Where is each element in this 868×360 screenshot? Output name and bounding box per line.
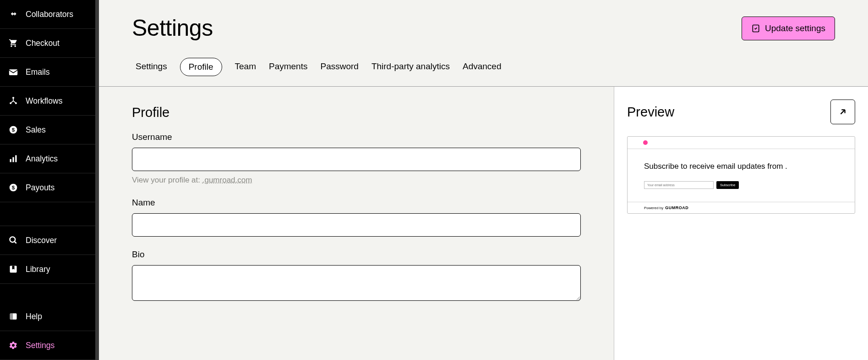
preview-frame: Subscribe to receive email updates from … [627,136,855,214]
sidebar-item-label: Emails [26,67,50,77]
name-field-group: Name [132,198,581,237]
sidebar-spacer [0,202,95,226]
subscribe-text: Subscribe to receive email updates from … [644,162,838,171]
tab-third-party-analytics[interactable]: Third-party analytics [371,58,450,76]
svg-rect-15 [10,313,13,319]
preview-title: Preview [627,105,674,120]
workflow-icon [8,96,18,106]
svg-text:$: $ [12,184,15,190]
sidebar-item-emails[interactable]: Emails [0,58,95,87]
svg-rect-7 [12,157,14,162]
sidebar-item-label: Analytics [26,154,58,164]
dollar-icon: $ [8,125,18,135]
sidebar-item-label: Workflows [26,96,62,106]
username-helper: View your profile at: .gumroad.com [132,176,581,185]
name-input[interactable] [132,213,581,237]
sidebar-item-workflows[interactable]: Workflows [0,87,95,116]
sidebar-item-label: Collaborators [26,10,73,19]
sidebar-item-label: Checkout [26,39,60,48]
sidebar-scrollbar[interactable] [95,0,99,360]
envelope-icon [8,67,18,77]
cart-icon [8,38,18,48]
preview-footer: Powered by GUMROAD [628,202,855,213]
helper-prefix: View your profile at: [132,176,202,184]
dollar-icon: $ [8,183,18,193]
tab-profile[interactable]: Profile [180,58,222,76]
sidebar-item-label: Settings [26,341,55,350]
sidebar-item-settings[interactable]: Settings [0,331,95,360]
settings-tabs: Settings Profile Team Payments Password … [132,50,835,86]
svg-rect-0 [9,69,17,75]
svg-rect-8 [15,155,16,162]
sidebar: Collaborators Checkout Emails [0,0,99,360]
gumroad-logo: GUMROAD [665,205,688,210]
sidebar-item-checkout[interactable]: Checkout [0,29,95,58]
sidebar-item-label: Sales [26,125,46,135]
update-settings-button[interactable]: Update settings [742,17,835,40]
profile-form: Profile Username View your profile at: .… [99,87,614,360]
page-title: Settings [132,15,213,41]
avatar-icon [643,140,648,145]
search-icon [8,235,18,245]
chart-icon [8,154,18,164]
svg-point-1 [12,97,14,99]
preview-subscribe-button[interactable]: Subscribe [716,181,739,189]
book-icon [8,311,18,321]
collaborators-icon [8,9,18,19]
preview-body: Subscribe to receive email updates from … [628,149,855,202]
sidebar-item-collaborators[interactable]: Collaborators [0,0,95,29]
profile-url-link[interactable]: .gumroad.com [202,176,252,184]
preview-topbar [628,137,855,149]
tab-team[interactable]: Team [235,58,256,76]
tab-advanced[interactable]: Advanced [463,58,502,76]
svg-rect-6 [10,159,11,162]
sidebar-item-label: Help [26,312,42,321]
update-button-label: Update settings [765,23,825,33]
sidebar-item-payouts[interactable]: $ Payouts [0,173,95,202]
sidebar-item-library[interactable]: Library [0,255,95,284]
page-header: Settings Update settings Settings Profil… [99,0,868,87]
sidebar-item-label: Discover [26,236,57,245]
sidebar-footer-nav: Help Settings [0,302,95,360]
save-icon [751,24,760,33]
main-content: Settings Update settings Settings Profil… [99,0,868,360]
preview-panel: Preview Subscribe to receive email updat… [614,87,868,360]
sidebar-item-label: Library [26,265,50,274]
sidebar-item-discover[interactable]: Discover [0,226,95,255]
sidebar-item-sales[interactable]: $ Sales [0,116,95,144]
expand-preview-button[interactable] [830,100,855,124]
sidebar-item-analytics[interactable]: Analytics [0,144,95,173]
svg-line-12 [15,242,16,244]
bookmark-icon [8,264,18,274]
svg-text:$: $ [12,127,15,133]
tab-payments[interactable]: Payments [269,58,307,76]
profile-section-title: Profile [132,105,581,120]
powered-by-label: Powered by [644,206,663,210]
username-label: Username [132,132,581,142]
sidebar-secondary-nav: Discover Library [0,226,95,284]
tab-password[interactable]: Password [320,58,358,76]
name-label: Name [132,198,581,208]
preview-email-input[interactable] [644,181,714,189]
username-field-group: Username View your profile at: .gumroad.… [132,132,581,185]
bio-input[interactable] [132,265,581,301]
svg-point-11 [10,237,16,243]
gear-icon [8,340,18,350]
bio-field-group: Bio [132,249,581,303]
sidebar-item-label: Payouts [26,183,55,193]
sidebar-item-help[interactable]: Help [0,302,95,331]
username-input[interactable] [132,148,581,171]
bio-label: Bio [132,249,581,260]
sidebar-primary-nav: Collaborators Checkout Emails [0,0,95,226]
tab-settings[interactable]: Settings [136,58,167,76]
expand-icon [838,107,848,117]
